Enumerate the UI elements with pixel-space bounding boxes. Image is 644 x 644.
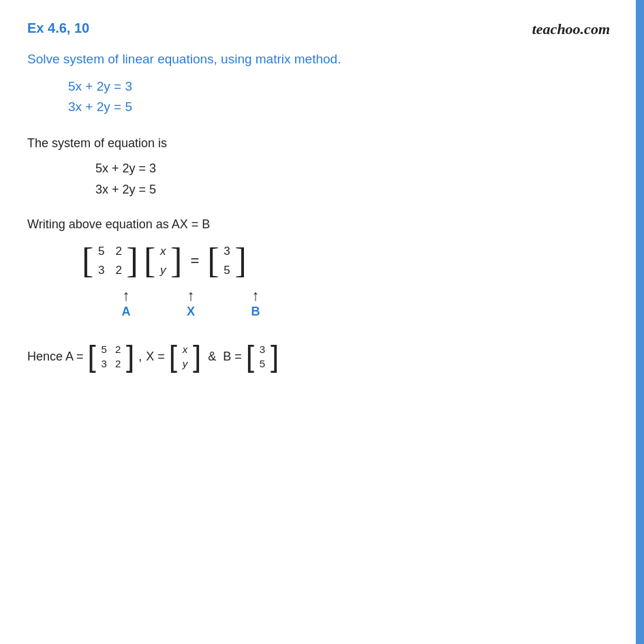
matrix-A-r2c1: 3 <box>98 262 104 279</box>
writing-text: Writing above equation as AX = B <box>27 217 610 232</box>
ampersand: & <box>208 350 216 364</box>
exercise-title: Ex 4.6, 10 <box>27 20 89 36</box>
scrollbar[interactable] <box>636 0 644 644</box>
header-row: Ex 4.6, 10 teachoo.com <box>27 20 610 38</box>
hence-B-r1: 3 <box>260 342 265 356</box>
hence-text: Hence A = <box>27 350 84 364</box>
arrow-B-col: ↑ B <box>239 288 273 319</box>
page: Ex 4.6, 10 teachoo.com Solve system of l… <box>0 0 644 394</box>
hence-matrix-X-grid: x y <box>174 341 196 372</box>
hence-row: Hence A = 5 2 3 2 , X = x y & B = 3 5 <box>27 339 610 373</box>
matrix-X-r1: x <box>160 243 166 260</box>
B-label: B = <box>223 350 242 364</box>
label-X: X <box>187 305 195 319</box>
hence-matrix-A: 5 2 3 2 <box>88 339 135 373</box>
arrow-A-col: ↑ A <box>102 288 150 319</box>
system-text: The system of equation is <box>27 136 610 151</box>
brand-logo: teachoo.com <box>532 20 610 38</box>
hence-matrix-B-grid: 3 5 <box>251 341 273 372</box>
hence-A-r2c2: 2 <box>115 356 121 371</box>
matrix-X-grid: x y <box>151 241 176 280</box>
matrix-A-r1c1: 5 <box>98 243 104 260</box>
matrix-equation-row: 5 2 3 2 x y = 3 5 <box>82 239 610 283</box>
equals-sign: = <box>190 252 199 270</box>
matrix-B-r2: 5 <box>224 262 230 279</box>
hence-A-r2c1: 3 <box>102 356 107 371</box>
X-label: X = <box>146 350 165 364</box>
arrows-row: ↑ A ↑ X ↑ B <box>82 288 610 319</box>
hence-B-r2: 5 <box>260 356 265 371</box>
hence-X-r2: y <box>183 356 188 371</box>
problem-statement: Solve system of linear equations, using … <box>27 52 610 67</box>
arrow-X-col: ↑ X <box>170 288 211 319</box>
matrix-A-grid: 5 2 3 2 <box>89 241 132 280</box>
matrix-A-r2c2: 2 <box>115 262 121 279</box>
hence-matrix-B: 3 5 <box>246 339 279 373</box>
matrix-X-r2: y <box>160 262 166 279</box>
equation-1-blue: 5x + 2y = 3 <box>68 79 610 94</box>
arrow-X-icon: ↑ <box>187 288 195 303</box>
matrix-A-r1c2: 2 <box>115 243 121 260</box>
matrix-A: 5 2 3 2 <box>82 239 138 283</box>
matrix-B-grid: 3 5 <box>214 241 239 280</box>
hence-X-r1: x <box>183 342 188 356</box>
label-A: A <box>122 305 131 319</box>
equation-2-blue: 3x + 2y = 5 <box>68 99 610 114</box>
label-B: B <box>251 305 260 319</box>
hence-matrix-X: x y <box>169 339 202 373</box>
matrix-B-r1: 3 <box>224 243 230 260</box>
arrow-B-icon: ↑ <box>252 288 260 303</box>
matrix-X: x y <box>144 239 183 283</box>
comma-1: , <box>138 350 142 364</box>
equation-1-black: 5x + 2y = 3 <box>95 162 610 176</box>
matrix-B: 3 5 <box>207 239 246 283</box>
hence-A-r1c1: 5 <box>102 342 107 356</box>
arrow-A-icon: ↑ <box>123 288 130 303</box>
hence-A-r1c2: 2 <box>115 342 121 356</box>
hence-matrix-A-grid: 5 2 3 2 <box>93 341 129 372</box>
equation-2-black: 3x + 2y = 5 <box>95 183 610 197</box>
